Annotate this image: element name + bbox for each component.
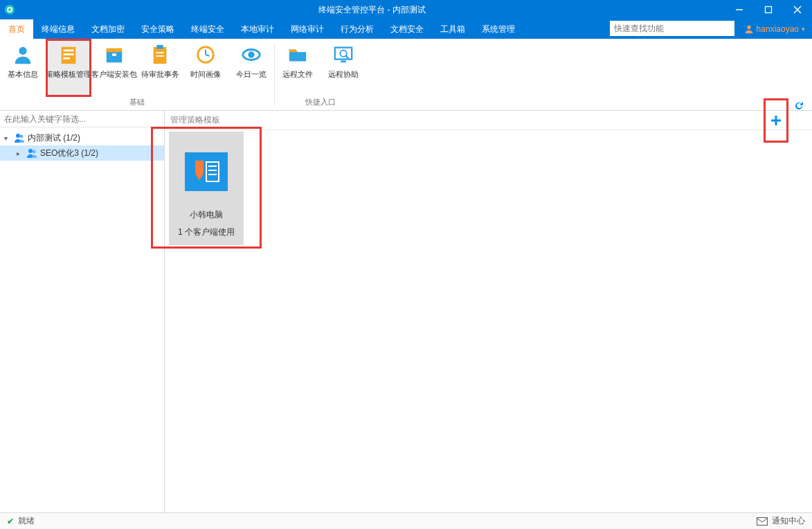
ribbon-item-label: 远程协助 bbox=[328, 69, 359, 80]
menu-tab-7[interactable]: 行为分析 bbox=[332, 19, 382, 39]
svg-point-24 bbox=[248, 51, 254, 57]
person-icon bbox=[12, 44, 33, 65]
people-icon bbox=[14, 132, 25, 143]
svg-rect-15 bbox=[112, 53, 116, 56]
ribbon-group-1: 远程文件远程协助快捷入口 bbox=[275, 39, 366, 110]
search-input[interactable] bbox=[610, 21, 734, 36]
ribbon-item-label: 基本信息 bbox=[8, 69, 38, 80]
ribbon-item-label: 客户端安装包 bbox=[91, 69, 137, 80]
app-logo bbox=[0, 4, 19, 15]
menu-tab-2[interactable]: 文档加密 bbox=[83, 19, 133, 39]
svg-rect-35 bbox=[206, 162, 219, 181]
svg-point-8 bbox=[19, 47, 26, 55]
svg-rect-4 bbox=[766, 7, 772, 13]
svg-rect-17 bbox=[156, 45, 163, 49]
title-bar: 终端安全管控平台 - 内部测试 bbox=[0, 0, 812, 19]
ribbon-group-0: 基本信息策略模板管理客户端安装包待审批事务时间画像今日一览基础 bbox=[0, 39, 274, 110]
ribbon-group-label: 基础 bbox=[129, 97, 145, 110]
content-body: 小韩电脑 1 个客户端使用 bbox=[165, 130, 812, 512]
workspace: ▾内部测试 (1/2)▸SEO优化3 (1/2) 管理策略模板 bbox=[0, 111, 812, 512]
svg-line-27 bbox=[345, 55, 349, 59]
search-container bbox=[610, 21, 734, 37]
clipboard-icon bbox=[150, 44, 170, 65]
maximize-button[interactable] bbox=[754, 0, 783, 19]
tree-node-0[interactable]: ▾内部测试 (1/2) bbox=[0, 130, 164, 145]
svg-rect-39 bbox=[757, 517, 768, 525]
ribbon-item-box[interactable]: 客户端安装包 bbox=[91, 39, 137, 97]
notification-label: 通知中心 bbox=[772, 515, 805, 527]
svg-rect-10 bbox=[64, 50, 74, 52]
ribbon: 基本信息策略模板管理客户端安装包待审批事务时间画像今日一览基础远程文件远程协助快… bbox=[0, 39, 812, 111]
shield-settings-icon bbox=[185, 152, 228, 191]
filter-input[interactable] bbox=[0, 111, 164, 127]
menu-tab-4[interactable]: 终端安全 bbox=[183, 19, 233, 39]
ribbon-item-label: 今日一览 bbox=[236, 69, 267, 80]
ribbon-item-label: 待审批事务 bbox=[141, 69, 179, 80]
content-title: 管理策略模板 bbox=[170, 114, 220, 126]
tree-node-label: 内部测试 (1/2) bbox=[28, 132, 80, 144]
ribbon-item-clipboard[interactable]: 待审批事务 bbox=[137, 39, 183, 97]
filter-container bbox=[0, 111, 164, 127]
menu-bar: 首页终端信息文档加密安全策略终端安全本地审计网络审计行为分析文档安全工具箱系统管… bbox=[0, 19, 812, 39]
minimize-button[interactable] bbox=[725, 0, 754, 19]
plus-icon bbox=[770, 114, 782, 127]
ribbon-item-clock[interactable]: 时间画像 bbox=[183, 39, 228, 97]
card-usage: 1 个客户端使用 bbox=[178, 226, 235, 238]
svg-point-31 bbox=[28, 149, 33, 153]
svg-rect-11 bbox=[64, 53, 74, 55]
refresh-button[interactable] bbox=[791, 98, 806, 114]
status-text: 就绪 bbox=[18, 515, 35, 527]
ribbon-item-template[interactable]: 策略模板管理 bbox=[46, 39, 91, 97]
window-title: 终端安全管控平台 - 内部测试 bbox=[19, 4, 725, 16]
ribbon-item-screen[interactable]: 远程协助 bbox=[321, 39, 366, 97]
chevron-right-icon[interactable]: ▸ bbox=[17, 150, 24, 157]
ribbon-item-folder[interactable]: 远程文件 bbox=[275, 39, 321, 97]
refresh-icon bbox=[793, 100, 804, 111]
add-button[interactable] bbox=[768, 113, 784, 128]
menu-tab-0[interactable]: 首页 bbox=[0, 19, 33, 39]
tree-node-1[interactable]: ▸SEO优化3 (1/2) bbox=[0, 145, 164, 161]
svg-rect-19 bbox=[156, 55, 163, 57]
chevron-down-icon[interactable]: ▾ bbox=[4, 134, 11, 142]
status-bar: ✔ 就绪 通知中心 bbox=[0, 512, 812, 529]
tree-node-label: SEO优化3 (1/2) bbox=[40, 147, 98, 159]
menu-tab-1[interactable]: 终端信息 bbox=[33, 19, 83, 39]
box-icon bbox=[104, 44, 125, 65]
svg-rect-12 bbox=[64, 57, 70, 60]
svg-rect-14 bbox=[107, 48, 123, 53]
ribbon-item-person[interactable]: 基本信息 bbox=[0, 39, 46, 97]
template-icon bbox=[58, 44, 79, 65]
policy-template-card[interactable]: 小韩电脑 1 个客户端使用 bbox=[169, 132, 244, 245]
menu-tab-3[interactable]: 安全策略 bbox=[133, 19, 183, 39]
menu-tab-8[interactable]: 文档安全 bbox=[382, 19, 432, 39]
user-menu[interactable]: hanxiaoyao ▾ bbox=[737, 19, 812, 39]
menu-tab-10[interactable]: 系统管理 bbox=[473, 19, 523, 39]
svg-line-22 bbox=[206, 55, 210, 56]
svg-rect-28 bbox=[341, 60, 346, 62]
user-icon bbox=[744, 24, 754, 34]
check-icon: ✔ bbox=[7, 517, 14, 526]
svg-rect-25 bbox=[335, 48, 352, 60]
chevron-down-icon: ▾ bbox=[802, 26, 805, 33]
content: 管理策略模板 小韩电脑 1 个客户端使用 bbox=[165, 111, 812, 512]
svg-point-7 bbox=[747, 26, 750, 29]
ribbon-item-label: 远程文件 bbox=[282, 69, 313, 80]
ribbon-item-label: 时间画像 bbox=[190, 69, 221, 80]
menu-tab-5[interactable]: 本地审计 bbox=[233, 19, 282, 39]
notification-center[interactable]: 通知中心 bbox=[757, 515, 805, 527]
ribbon-group-label: 快捷入口 bbox=[305, 97, 336, 110]
menu-tab-9[interactable]: 工具箱 bbox=[432, 19, 473, 39]
close-button[interactable] bbox=[783, 0, 812, 19]
screen-icon bbox=[333, 44, 354, 65]
mail-icon bbox=[757, 517, 768, 526]
svg-point-30 bbox=[20, 135, 24, 138]
menu-tab-6[interactable]: 网络审计 bbox=[282, 19, 332, 39]
people-icon bbox=[26, 147, 37, 159]
card-name: 小韩电脑 bbox=[190, 209, 223, 221]
svg-point-29 bbox=[16, 134, 20, 138]
svg-rect-13 bbox=[107, 51, 123, 62]
folder-icon bbox=[287, 44, 308, 65]
svg-rect-18 bbox=[156, 52, 163, 53]
ribbon-item-eye[interactable]: 今日一览 bbox=[228, 39, 274, 97]
user-name: hanxiaoyao bbox=[757, 24, 799, 34]
